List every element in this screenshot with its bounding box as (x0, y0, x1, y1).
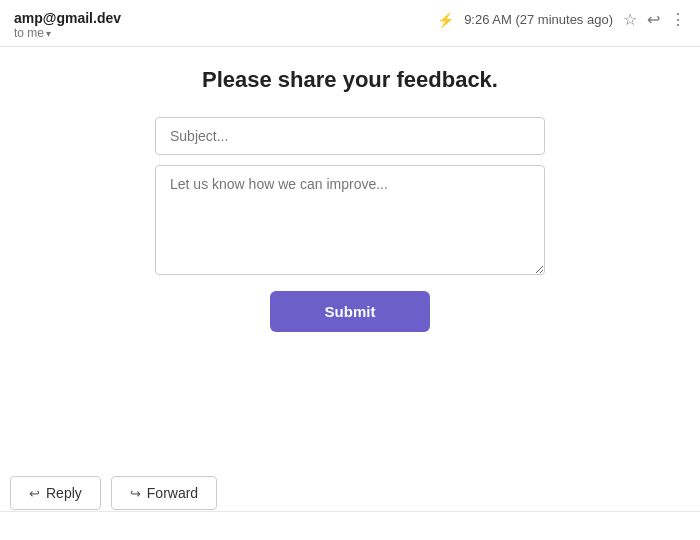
forward-button[interactable]: ↪ Forward (111, 476, 217, 510)
email-header-right: ⚡ 9:26 AM (27 minutes ago) ☆ ↩ ⋮ (437, 10, 686, 29)
reply-button[interactable]: ↩ Reply (10, 476, 101, 510)
to-me-row[interactable]: to me ▾ (14, 26, 121, 40)
reply-button-label: Reply (46, 485, 82, 501)
star-icon[interactable]: ☆ (623, 10, 637, 29)
feedback-form: Submit (155, 117, 545, 332)
email-body: Please share your feedback. Submit (0, 47, 700, 352)
feedback-title: Please share your feedback. (202, 67, 498, 93)
submit-button[interactable]: Submit (270, 291, 430, 332)
reply-header-icon[interactable]: ↩ (647, 10, 660, 29)
chevron-down-icon: ▾ (46, 28, 51, 39)
forward-button-icon: ↪ (130, 486, 141, 501)
reply-button-icon: ↩ (29, 486, 40, 501)
subject-input[interactable] (155, 117, 545, 155)
to-me-label: to me (14, 26, 44, 40)
email-header-left: amp@gmail.dev to me ▾ (14, 10, 121, 40)
message-textarea[interactable] (155, 165, 545, 275)
timestamp: 9:26 AM (27 minutes ago) (464, 12, 613, 27)
email-actions: ↩ Reply ↪ Forward (10, 476, 217, 510)
email-header: amp@gmail.dev to me ▾ ⚡ 9:26 AM (27 minu… (0, 0, 700, 47)
email-container: amp@gmail.dev to me ▾ ⚡ 9:26 AM (27 minu… (0, 0, 700, 540)
lightning-icon: ⚡ (437, 12, 454, 28)
bottom-section: ↩ Reply ↪ Forward (0, 511, 700, 540)
more-icon[interactable]: ⋮ (670, 10, 686, 29)
forward-button-label: Forward (147, 485, 198, 501)
sender-email: amp@gmail.dev (14, 10, 121, 26)
